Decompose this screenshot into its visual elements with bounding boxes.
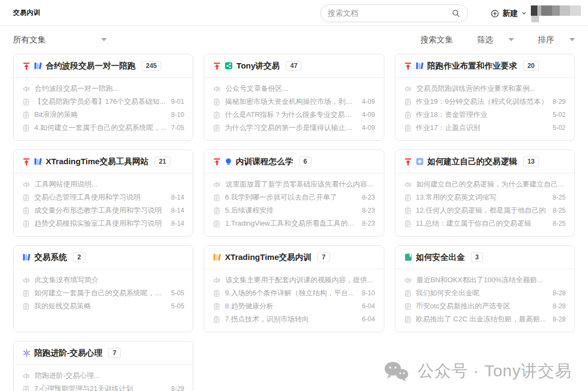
collection-description[interactable]: 该文集主要用于配套内训课的视频内容，提供... [213, 274, 375, 287]
collection-title[interactable]: 如何建立自己的交易逻辑 [427, 157, 517, 167]
doc-list-item[interactable]: 欧易推出了 C2C 出金冻结包赔，最高赔...8-28 [404, 313, 566, 326]
doc-list-item[interactable]: 4.如何建立一套属于自己的交易系统呢，...7-05 [22, 121, 184, 134]
collection-title[interactable]: 陪跑作业布置和作业要求 [427, 61, 517, 71]
doc-list: 最近BN和OKX都出了100%冻结全额赔... 我们如何安全出金呢8-28 币安… [395, 269, 574, 326]
collection-card: 内训课程怎么学6 这里面放置了新学员零基础应该先看什么内容... 6.我学到哪一… [204, 150, 384, 237]
book-icon [404, 253, 413, 262]
collection-title[interactable]: XTradingTime交易内训 [225, 252, 311, 263]
collection-title[interactable]: XTradingTime交易工具网站 [46, 157, 149, 167]
collection-title[interactable]: 如何安全出金 [416, 252, 465, 263]
collection-title[interactable]: 交易系统 [34, 252, 67, 263]
doc-title: 8.趋势健康分析 [225, 301, 357, 311]
collection-filter-dropdown[interactable]: 所有文集 [13, 35, 107, 45]
collection-description[interactable]: 陪跑进阶-交易心理... [22, 369, 184, 382]
doc-title: 币安otc交易新推出的严选专区 [416, 301, 548, 311]
doc-date: 8-28 [553, 289, 566, 297]
doc-list-item[interactable]: 什么是ATR指标？为什么很多专业交易员...4-09 [213, 108, 375, 121]
collections-grid: 合约波段交易一对一陪跑245 合约波段交易一对一陪跑... 【交易陪跑学员必看】… [0, 48, 588, 391]
doc-list-item[interactable]: 12.任何人的交易逻辑，都是属于他自己的8-25 [404, 204, 566, 217]
filter-label: 筛选 [477, 35, 493, 45]
doc-list-item[interactable]: 我的短线交易策略5-05 [22, 300, 184, 313]
doc-list-item[interactable]: 8.趋势健康分析6-04 [213, 300, 375, 313]
new-button[interactable]: 新建 [491, 4, 526, 22]
collection-description[interactable]: 如何建立自己的交易逻辑，为什么要建立自己... [404, 178, 566, 191]
card-header: XTradingTime交易内训7 [204, 246, 383, 269]
doc-date: 8-23 [362, 220, 375, 227]
search-input[interactable]: 搜索文档 [320, 4, 468, 22]
collection-description[interactable]: 此文集没有填写简介 [22, 274, 184, 287]
plus-circle-icon [491, 9, 499, 18]
doc-date: 4-09 [362, 124, 375, 132]
collection-description[interactable]: 工具网站使用说明... [22, 178, 184, 191]
doc-list-item[interactable]: 7.拐点技术，识别市场转向6-04 [213, 313, 375, 326]
diamond-icon [415, 157, 424, 166]
new-button-label: 新建 [503, 9, 518, 18]
speaker-icon [213, 85, 221, 93]
filter-dropdown[interactable]: 筛选 [477, 35, 514, 45]
doc-count-badge: 20 [523, 61, 539, 71]
doc-list-item[interactable]: 交易心态管理工具使用和学习说明8-14 [22, 191, 184, 204]
collection-description[interactable]: 公众号文章备份区... [213, 82, 375, 95]
search-collections-button[interactable]: 搜索文集 [420, 35, 453, 45]
doc-title: 工具网站使用说明... [35, 179, 184, 189]
doc-title: 7.拐点技术，识别市场转向 [225, 314, 357, 324]
document-icon [404, 207, 412, 215]
sort-dropdown[interactable]: 排序 [538, 35, 575, 45]
doc-list-item[interactable]: 揭秘加密市场大资金机构操控市场，剥削...4-09 [213, 95, 375, 108]
collection-card: 如何安全出金3 最近BN和OKX都出了100%冻结全额赔... 我们如何安全出金… [395, 245, 575, 332]
doc-title: Bit浪浪的策略 [34, 110, 167, 120]
doc-list-item[interactable]: 11.总结：建立属于你自己的交易逻辑8-25 [404, 217, 566, 230]
doc-list-item[interactable]: 作业18：资金管理作业5-02 [404, 108, 566, 121]
document-icon [213, 302, 220, 311]
doc-list-item[interactable]: 1.TradingView工具和交易所看盘工具的...8-23 [213, 217, 375, 230]
collection-title[interactable]: 陪跑进阶-交易心理 [34, 348, 102, 358]
doc-list: 合约波段交易一对一陪跑... 【交易陪跑学员必看】176个交易基础知...9-0… [14, 78, 193, 134]
document-icon [404, 315, 412, 324]
doc-list-item[interactable]: 作业17：止盈点识别5-02 [404, 121, 566, 134]
books-icon [415, 61, 424, 70]
doc-list-item[interactable]: 成交量分布形态教学工具使用和学习说明8-14 [22, 204, 184, 217]
collection-description[interactable]: 最近BN和OKX都出了100%冻结全额赔... [404, 274, 566, 287]
doc-date: 8-25 [553, 207, 566, 214]
doc-list-item[interactable]: 7.心理预期管理与21天训练计划8-29 [22, 382, 184, 391]
doc-list-item[interactable]: 6.我学到哪一步就可以去自己开单了8-23 [213, 191, 375, 204]
doc-title: 最近BN和OKX都出了100%冻结全额赔... [416, 275, 566, 285]
doc-date: 7-05 [171, 124, 184, 132]
doc-date: 5-02 [553, 111, 566, 119]
collection-description[interactable]: 这里面放置了新学员零基础应该先看什么内容... [213, 178, 375, 191]
doc-list-item[interactable]: 如何建立一套属于自己的交易系统呢，交...5-05 [22, 287, 184, 300]
doc-count-badge: 2 [73, 252, 85, 262]
pin-icon [22, 158, 30, 166]
doc-list-item[interactable]: 9.入场的6个条件详解（独立结构，平台...8-10 [213, 287, 375, 300]
books-icon [34, 61, 42, 70]
collection-title[interactable]: 内训课程怎么学 [236, 157, 293, 167]
doc-list-item[interactable]: 作业19：9分钟交易法（程式化训练范本）8-29 [404, 95, 566, 108]
doc-list-item[interactable]: 我们如何安全出金呢8-28 [404, 287, 566, 300]
collection-title[interactable]: 合约波段交易一对一陪跑 [46, 61, 136, 71]
document-icon [22, 194, 30, 202]
collection-description[interactable]: 合约波段交易一对一陪跑... [22, 82, 184, 95]
doc-list-item[interactable]: 13.常用的交易英文词缩写8-25 [404, 191, 566, 204]
user-avatar[interactable] [531, 5, 581, 16]
books-icon [34, 157, 42, 166]
collection-title[interactable]: Tony讲交易 [236, 61, 280, 71]
doc-list-item[interactable]: 【交易陪跑学员必看】176个交易基础知...9-01 [22, 95, 184, 108]
doc-date: 8-25 [553, 220, 566, 227]
doc-date: 9-01 [171, 98, 184, 105]
doc-list-item[interactable]: 为什么学习交易的第一步是懂得认输止损...4-09 [213, 121, 375, 134]
doc-list-item[interactable]: Bit浪浪的策略8-10 [22, 108, 184, 121]
collection-card: 陪跑作业布置和作业要求20 交易员陪跑训练营的作业要求和案例... 作业19：9… [395, 54, 575, 141]
doc-list-item[interactable]: 趋势交易模拟实验室工具使用和学习说明8-14 [22, 217, 184, 230]
pin-icon [213, 62, 221, 70]
doc-title: 作业18：资金管理作业 [416, 110, 548, 120]
document-icon [213, 124, 220, 132]
document-icon [22, 124, 30, 132]
chevron-down-icon [509, 38, 514, 41]
doc-list-item[interactable]: 5.后续课程安排8-23 [213, 204, 375, 217]
app-logo[interactable]: 交易内训 [13, 8, 40, 17]
doc-title: 陪跑进阶-交易心理... [35, 371, 184, 381]
gear-icon [22, 349, 31, 357]
collection-description[interactable]: 交易员陪跑训练营的作业要求和案例... [404, 82, 566, 95]
doc-list-item[interactable]: 币安otc交易新推出的严选专区8-28 [404, 300, 566, 313]
doc-list: 这里面放置了新学员零基础应该先看什么内容... 6.我学到哪一步就可以去自己开单… [204, 173, 383, 230]
